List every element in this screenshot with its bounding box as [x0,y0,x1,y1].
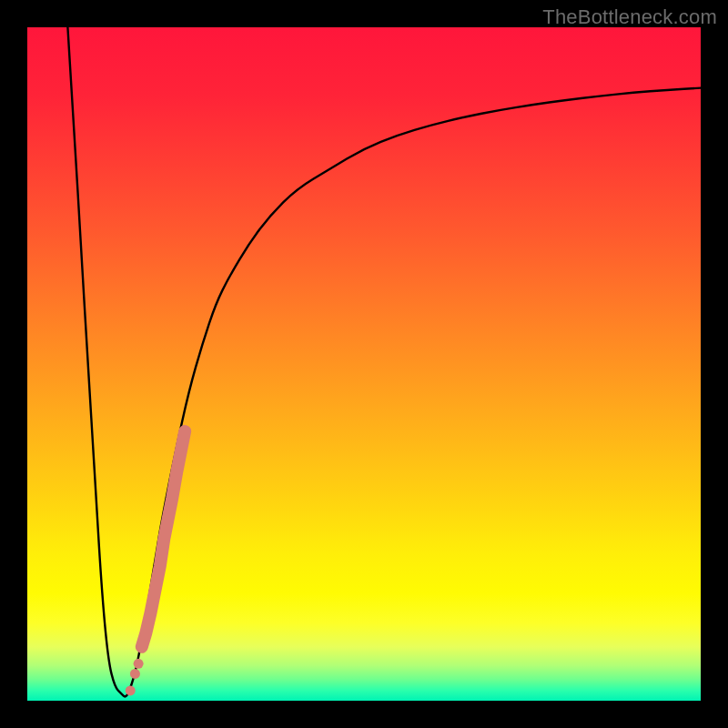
bottleneck-curve [67,27,701,696]
chart-frame: TheBottleneck.com [0,0,728,728]
highlight-segment [142,431,185,647]
highlight-dots [126,659,144,696]
plot-area [27,27,701,701]
svg-point-1 [130,669,140,679]
svg-point-2 [134,659,144,669]
svg-point-3 [126,685,136,695]
bottleneck-curve-svg [27,27,701,701]
watermark-text: TheBottleneck.com [542,5,717,29]
